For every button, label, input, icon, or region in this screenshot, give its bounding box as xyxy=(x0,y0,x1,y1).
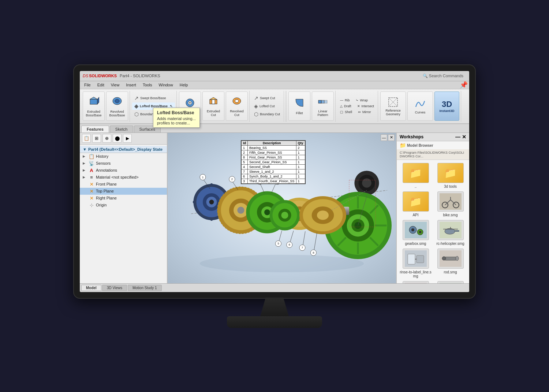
bottom-tab-3dviews[interactable]: 3D Views xyxy=(102,285,127,291)
feature-tree: ▼ Part4 (Default<<Default>_Display State… xyxy=(80,145,167,283)
workshops-minimize-button[interactable]: — xyxy=(455,134,460,140)
extruded-cut-button[interactable]: Extruded Cut xyxy=(202,92,224,121)
menu-insert[interactable]: Insert xyxy=(123,82,139,88)
tree-root[interactable]: ▼ Part4 (Default<<Default>_Display State xyxy=(80,146,167,153)
front-plane-icon: ✕ xyxy=(89,182,94,187)
workshop-item-bike[interactable]: bike.smg xyxy=(434,191,466,217)
workshop-item-rinse[interactable]: rinse-to-label_line.smg xyxy=(400,249,432,278)
wrap-label: Wrap xyxy=(360,98,368,102)
menu-file[interactable]: File xyxy=(81,82,94,88)
tree-icon-1[interactable]: 📋 xyxy=(82,134,91,143)
draft-button[interactable]: △ Draft xyxy=(338,104,354,109)
tree-icon-2[interactable]: ⊞ xyxy=(92,134,101,143)
mirror-icon: ⇔ xyxy=(358,110,361,114)
tree-item-top-plane[interactable]: ✕ Top Plane xyxy=(80,188,167,195)
bom-cell-1-0: 2 xyxy=(242,150,248,155)
workshop-item-helicopter[interactable]: rc-helicopter.smg xyxy=(434,220,466,246)
gearbox-thumb xyxy=(403,220,429,240)
menu-edit[interactable]: Edit xyxy=(94,82,107,88)
bom-cell-2-0: 8 xyxy=(242,155,248,160)
tree-item-sensors[interactable]: ▶ 📡 Sensors xyxy=(80,160,167,167)
3d-viewport[interactable]: ✕ — Id Description Qty xyxy=(168,133,396,283)
tooltip-title: Lofted Boss/Base xyxy=(157,110,196,115)
bom-header-id: Id xyxy=(242,141,248,145)
workshop-item-up[interactable]: 📁 .. xyxy=(400,163,432,188)
boundary-cut-button[interactable]: ⬡ Boundary Cut xyxy=(252,111,282,118)
workshops-close-button[interactable]: ✕ xyxy=(462,134,466,140)
workshop-item-rod[interactable]: rod.smg xyxy=(434,249,466,278)
svg-point-46 xyxy=(193,201,195,203)
extruded-boss-icon xyxy=(88,96,99,109)
svg-point-7 xyxy=(189,102,191,104)
extruded-boss-button[interactable]: Extruded Boss/Base xyxy=(83,92,105,121)
menu-tools[interactable]: Tools xyxy=(140,82,155,88)
bottom-tab-model[interactable]: Model xyxy=(81,285,101,291)
bom-cell-4-1: Second_Shaft xyxy=(248,164,296,169)
helicopter-label: rc-helicopter.smg xyxy=(436,242,464,246)
linear-pattern-icon xyxy=(318,96,328,108)
tree-item-right-plane[interactable]: ✕ Right Plane xyxy=(80,195,167,202)
menubar: File Edit View Insert Tools Window Help … xyxy=(80,81,469,89)
tree-item-origin[interactable]: ⊹ Origin xyxy=(80,202,167,209)
menu-window[interactable]: Window xyxy=(156,82,176,88)
workshop-item-gearbox[interactable]: gearbox.smg xyxy=(400,220,432,246)
menu-view[interactable]: View xyxy=(108,82,123,88)
instant3d-icon: 3D xyxy=(442,100,452,109)
bom-cell-2-2: 1 xyxy=(296,155,305,160)
tree-item-annotations[interactable]: ▶ A Annotations xyxy=(80,167,167,174)
misc-tools-list: — Rib ⤷ Wrap △ Draft xyxy=(338,98,376,115)
svg-point-4 xyxy=(115,99,119,103)
swept-cut-button[interactable]: ↗ Swept Cut xyxy=(252,94,282,102)
bom-cell-6-0: 6 xyxy=(242,174,248,179)
swept-boss-button[interactable]: ↗ Swept Boss/Base xyxy=(132,94,175,102)
tree-expand-history: ▶ xyxy=(83,154,87,158)
svg-rect-116 xyxy=(417,255,424,263)
geo-group: Reference Geometry Curves 3D Instant3D xyxy=(379,91,461,122)
workshop-item-3dtools[interactable]: 📁 3d tools xyxy=(434,163,466,188)
model-browser-section[interactable]: 📁 Model Browser xyxy=(397,141,469,149)
tree-item-material[interactable]: ▶ ≡ Material <not specified> xyxy=(80,174,167,181)
revolved-boss-button[interactable]: Revolved Boss/Base xyxy=(106,92,128,121)
tab-sketch[interactable]: Sketch xyxy=(110,126,133,132)
reference-geometry-button[interactable]: Reference Geometry xyxy=(380,92,406,121)
instant3d-button[interactable]: 3D Instant3D xyxy=(434,92,459,121)
bom-cell-0-2: 2 xyxy=(296,145,305,150)
misc-row2: △ Draft ✕ Intersect xyxy=(338,104,376,109)
tree-item-front-plane[interactable]: ✕ Front Plane xyxy=(80,181,167,188)
boss-base-group: Extruded Boss/Base Revolved Boss/Base xyxy=(81,91,130,122)
viewport-close-button[interactable]: ✕ xyxy=(388,134,395,141)
shell-button[interactable]: ▢ Shell xyxy=(338,109,354,115)
workshop-item-api[interactable]: 📁 API xyxy=(400,191,432,217)
tree-item-history[interactable]: ▶ 📋 History xyxy=(80,153,167,160)
svg-line-86 xyxy=(290,231,294,242)
mirror-button[interactable]: ⇔ Mirror xyxy=(356,109,373,115)
bom-cell-5-0: 7 xyxy=(242,169,248,174)
revolved-cut-button[interactable]: Revolved Cut xyxy=(226,92,248,121)
bom-cell-1-2: 1 xyxy=(296,150,305,155)
search-box[interactable]: 🔍 Search Commands xyxy=(423,74,463,78)
svg-point-121 xyxy=(456,256,459,261)
bom-table: Id Description Qty 1Bearing_SS22Fifth_Ge… xyxy=(241,140,306,184)
bottom-tab-motion[interactable]: Motion Study 1 xyxy=(128,285,162,291)
tree-icon-4[interactable]: ⬤ xyxy=(113,134,122,143)
menu-help[interactable]: Help xyxy=(177,82,191,88)
tree-icon-5[interactable]: ▶ xyxy=(123,134,132,143)
svg-text:5: 5 xyxy=(277,242,279,245)
viewport-options-button[interactable]: — xyxy=(381,134,387,141)
titlebar: DS SOLIDWORKS Part4 - SOLIDWORKS 🔍 Searc… xyxy=(80,71,469,81)
curves-button[interactable]: Curves xyxy=(407,92,433,121)
fillet-button[interactable]: Fillet xyxy=(288,92,310,121)
tab-features[interactable]: Features xyxy=(81,126,109,132)
rib-button[interactable]: — Rib xyxy=(338,98,352,103)
lofted-tooltip: Lofted Boss/Base Adds material using... … xyxy=(153,108,200,128)
tree-icon-3[interactable]: ⊕ xyxy=(102,134,111,143)
extruded-cut-label: Extruded Cut xyxy=(204,109,223,117)
svg-text:1: 1 xyxy=(202,176,204,179)
wrap-button[interactable]: ⤷ Wrap xyxy=(354,98,370,103)
linear-pattern-button[interactable]: Linear Pattern xyxy=(312,92,334,121)
lofted-cut-button[interactable]: ◈ Lofted Cut xyxy=(252,102,282,110)
intersect-button[interactable]: ✕ Intersect xyxy=(355,104,377,109)
svg-line-80 xyxy=(272,183,276,193)
svg-point-19 xyxy=(200,255,364,272)
pin-icon[interactable]: 📌 xyxy=(460,81,468,89)
